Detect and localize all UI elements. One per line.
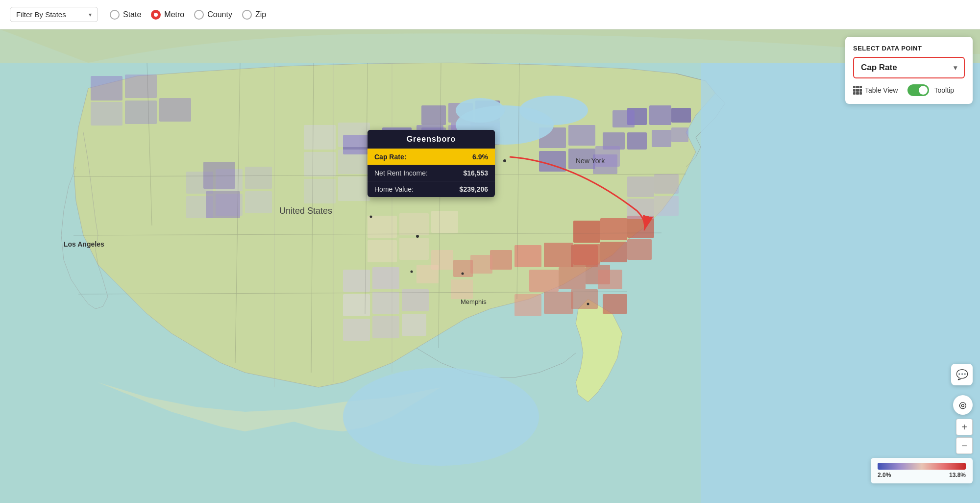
radio-county[interactable]: County [194,10,232,20]
svg-rect-68 [338,176,370,201]
radio-metro-label: Metro [164,10,184,19]
zoom-controls: + − [956,419,973,454]
svg-rect-52 [245,167,272,189]
radio-state[interactable]: State [110,10,141,20]
filter-chevron-icon: ▾ [89,11,92,18]
svg-point-98 [343,368,539,466]
svg-rect-31 [603,294,627,314]
locate-icon: ◎ [959,400,967,410]
legend-color-bar [878,463,966,470]
svg-rect-13 [652,130,671,147]
svg-rect-89 [627,176,654,197]
svg-rect-48 [368,240,397,262]
radio-metro[interactable]: Metro [151,10,184,20]
tooltip-label: Tooltip [934,86,954,94]
svg-rect-39 [372,292,399,314]
tooltip-cap-rate-value: 6.9% [472,153,488,161]
table-view-button[interactable]: Table View [853,86,898,95]
svg-rect-86 [573,244,600,265]
filter-states-dropdown[interactable]: Filter By States ▾ [10,7,98,22]
radio-state-label: State [123,10,141,19]
tooltip-city-name: Greensboro [368,130,495,149]
tooltip-toggle[interactable] [907,84,929,96]
radio-circle-zip [242,10,252,20]
header-bar: Filter By States ▾ State Metro County Zi… [0,0,980,29]
legend-labels: 2.0% 13.8% [878,472,966,478]
svg-rect-91 [654,174,679,194]
svg-point-103 [370,216,372,218]
svg-rect-59 [125,75,157,98]
map-legend: 2.0% 13.8% [871,458,973,483]
svg-rect-62 [159,98,191,122]
radio-county-label: County [207,10,232,19]
svg-rect-58 [91,76,122,101]
svg-rect-32 [470,255,492,274]
svg-point-95 [456,98,505,123]
svg-rect-24 [529,270,559,292]
svg-rect-67 [304,179,336,203]
table-grid-icon [853,86,862,95]
svg-rect-30 [598,270,622,289]
svg-rect-97 [701,63,980,503]
svg-rect-56 [206,191,240,218]
svg-rect-44 [402,314,426,336]
svg-rect-29 [571,289,598,309]
data-panel: SELECT DATA POINT Cap Rate ▾ Table View … [845,37,973,104]
svg-rect-27 [514,294,541,316]
radio-circle-county [194,10,204,20]
table-view-label: Table View [865,86,898,94]
svg-rect-60 [91,102,122,126]
svg-rect-66 [338,150,370,174]
zoom-in-button[interactable]: + [956,419,973,435]
locate-button[interactable]: ◎ [953,395,973,415]
svg-rect-16 [671,108,691,123]
data-point-dropdown[interactable]: Cap Rate ▾ [853,57,965,78]
filter-states-label: Filter By States [16,10,66,19]
svg-rect-84 [600,218,627,240]
svg-point-102 [462,273,464,275]
svg-rect-88 [627,239,652,260]
svg-rect-37 [343,270,370,292]
svg-rect-79 [568,125,595,146]
tooltip-net-rent-value: $16,553 [463,169,488,177]
svg-rect-17 [671,127,688,142]
legend-max-label: 13.8% [949,472,966,478]
data-point-selected-value: Cap Rate [861,63,897,73]
svg-rect-36 [416,265,439,283]
svg-rect-28 [544,292,573,314]
map-tooltip-popup: Greensboro Cap Rate: 6.9% Net Rent Incom… [368,130,495,197]
tooltip-net-rent-row: Net Rent Income: $16,553 [368,165,495,181]
svg-rect-72 [421,105,446,125]
zoom-out-button[interactable]: − [956,437,973,454]
svg-rect-43 [372,316,399,338]
svg-rect-80 [539,151,566,172]
svg-rect-81 [568,149,595,169]
map-container[interactable]: Chicago United States Los Angeles New Yo… [0,29,980,503]
svg-rect-20 [514,245,541,267]
svg-point-104 [587,303,589,305]
legend-min-label: 2.0% [878,472,891,478]
svg-rect-45 [368,216,397,238]
svg-rect-35 [451,279,473,299]
tooltip-cap-rate-label: Cap Rate: [374,153,406,161]
svg-rect-55 [245,191,272,213]
svg-rect-90 [627,199,654,219]
svg-rect-41 [343,294,370,316]
svg-rect-82 [595,146,620,167]
radio-zip[interactable]: Zip [242,10,266,20]
chat-button[interactable]: 💬 [951,364,973,385]
tooltip-home-value-row: Home Value: $239,206 [368,181,495,197]
svg-rect-21 [544,243,573,267]
svg-rect-46 [399,213,429,235]
svg-point-101 [411,271,413,273]
svg-rect-42 [343,319,370,341]
svg-point-99 [503,159,506,162]
radio-circle-metro [151,10,161,20]
svg-rect-12 [649,105,671,125]
svg-rect-15 [612,110,635,127]
svg-point-94 [519,96,588,125]
svg-rect-47 [431,211,458,233]
svg-rect-38 [372,267,399,289]
tooltip-net-rent-label: Net Rent Income: [374,169,428,177]
data-point-chevron-icon: ▾ [954,64,957,72]
